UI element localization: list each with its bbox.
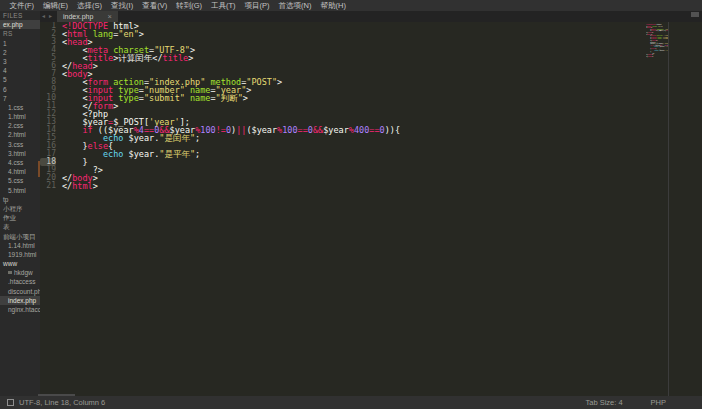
minimap[interactable]: <!DOCTYPE html><html lang="en"><head> <m… — [645, 22, 669, 396]
sidebar-item-4-css[interactable]: 4.css — [0, 158, 40, 167]
code-line[interactable]: 2<html lang="en"> — [40, 30, 702, 38]
sidebar-item-6[interactable]: 6 — [0, 85, 40, 94]
sidebar-item-label: 4.css — [8, 158, 23, 167]
code-token: html — [72, 181, 92, 191]
code-token: > — [243, 93, 248, 103]
code-token: title — [163, 53, 189, 63]
code-token: > — [188, 53, 193, 63]
menu-item[interactable]: 文件(F) — [5, 0, 39, 11]
menu-item[interactable]: 查看(V) — [138, 0, 172, 11]
close-icon[interactable]: × — [107, 11, 111, 22]
code-token: type — [118, 93, 138, 103]
sidebar-item-label: FILES — [3, 11, 23, 20]
sidebar-item-hkdgw[interactable]: hkdgw — [0, 268, 40, 277]
sidebar-item-discount-php[interactable]: discount.php — [0, 287, 40, 296]
code-token: "是闰年" — [159, 133, 195, 143]
spellcheck-icon[interactable] — [7, 399, 14, 406]
sidebar-item-3[interactable]: 3 — [0, 57, 40, 66]
code-token: > — [277, 77, 282, 87]
syntax-indicator[interactable]: PHP — [651, 398, 666, 407]
vertical-scrollbar-thumb[interactable] — [691, 12, 699, 17]
code-token: ; — [195, 149, 200, 159]
code-token: == — [369, 125, 379, 135]
code-token: && — [313, 125, 323, 135]
code-token: > — [93, 61, 98, 71]
menu-item[interactable]: 编辑(E) — [39, 0, 73, 11]
code-token: ($year — [246, 125, 277, 135]
menu-item[interactable]: 工具(T) — [207, 0, 241, 11]
tab-label: index.php — [63, 11, 93, 22]
code-token: 计算闰年 — [118, 53, 152, 63]
sidebar-item-htaccess[interactable]: .htaccess — [0, 277, 40, 286]
code-line[interactable]: 18 } — [40, 158, 702, 166]
menu-item[interactable]: 项目(P) — [240, 0, 274, 11]
code-token: > — [113, 101, 118, 111]
sidebar-item-label: 2.html — [8, 130, 26, 139]
cursor-position-text: UTF-8, Line 18, Column 6 — [19, 398, 105, 407]
sidebar-item-2-css[interactable]: 2.css — [0, 121, 40, 130]
sidebar-item-4[interactable]: 4 — [0, 66, 40, 75]
sidebar-item-tp[interactable]: tp — [0, 195, 40, 204]
code-line[interactable]: 17 echo $year."是平年"; — [40, 150, 702, 158]
sidebar-item[interactable]: 前端小项目 — [0, 232, 40, 241]
sidebar-item-5-html[interactable]: 5.html — [0, 186, 40, 195]
sidebar-item-ex-php[interactable]: ex.php — [0, 20, 40, 29]
code-line[interactable]: 11 </form> — [40, 102, 702, 110]
sidebar-item-label: 4.html — [8, 167, 26, 176]
code-token: $year. — [123, 133, 159, 143]
menu-item[interactable]: 选择(S) — [73, 0, 107, 11]
code-line[interactable]: 21</html> — [40, 182, 702, 190]
menu-item[interactable]: 转到(G) — [172, 0, 207, 11]
code-line[interactable]: 19 ?> — [40, 166, 702, 174]
code-token: echo — [103, 149, 123, 159]
code-token: "是平年" — [159, 149, 195, 159]
sidebar-item-label: 2.css — [8, 121, 23, 130]
tab-size-indicator[interactable]: Tab Size: 4 — [585, 398, 622, 407]
code-editor[interactable]: 1<!DOCTYPE html>2<html lang="en">3<head>… — [40, 22, 702, 396]
sidebar-item-label: 2 — [3, 48, 7, 57]
code-line[interactable]: 6</head> — [40, 62, 702, 70]
code-line[interactable]: 10 <input type="submit" name="判断"> — [40, 94, 702, 102]
code-line[interactable]: 5 <title>计算闰年</title> — [40, 54, 702, 62]
code-token: "submit" — [144, 93, 185, 103]
code-token: 100 — [200, 125, 215, 135]
sidebar-item-2-html[interactable]: 2.html — [0, 130, 40, 139]
code-line[interactable]: 20</body> — [40, 174, 702, 182]
menu-item[interactable]: 首选项(N) — [274, 0, 316, 11]
sidebar-item-4-html[interactable]: 4.html — [0, 167, 40, 176]
code-token: </ — [152, 53, 162, 63]
sidebar-item-2[interactable]: 2 — [0, 48, 40, 57]
sidebar-item[interactable]: 小程序 — [0, 204, 40, 213]
menu-item[interactable]: 查找(I) — [107, 0, 138, 11]
sidebar-item-1-css[interactable]: 1.css — [0, 103, 40, 112]
menu-item[interactable]: 帮助(H) — [316, 0, 350, 11]
sidebar-item-5-css[interactable]: 5.css — [0, 176, 40, 185]
code-line[interactable]: 15 echo $year."是闰年"; — [40, 134, 702, 142]
code-text: </html> — [62, 182, 98, 190]
tab-scroll-left-icon[interactable]: ◂ — [40, 11, 47, 22]
sidebar-item-3-css[interactable]: 3.css — [0, 140, 40, 149]
sidebar-item[interactable]: 表 — [0, 222, 40, 231]
sidebar-item-3-html[interactable]: 3.html — [0, 149, 40, 158]
sublime-text-window: { "menu": { "items": ["文件(F)","编辑(E)","选… — [0, 0, 702, 409]
sidebar-item-nginx-htaccess[interactable]: nginx.htaccess — [0, 305, 40, 314]
sidebar-item-rs: RS — [0, 29, 40, 38]
sidebar-item-1919-html[interactable]: 1919.html — [0, 250, 40, 259]
sidebar-item-label: 5 — [3, 75, 7, 84]
sidebar-item-label: 小程序 — [3, 204, 23, 213]
sidebar-item-7[interactable]: 7 — [0, 94, 40, 103]
tab-scroll-right-icon[interactable]: ▸ — [47, 11, 54, 22]
code-token: $year — [323, 125, 349, 135]
code-text: </html> — [646, 56, 653, 58]
sidebar-item-label: 作业 — [3, 213, 16, 222]
sidebar-item-1-html[interactable]: 1.html — [0, 112, 40, 121]
sidebar-item-1-14-html[interactable]: 1.14.html — [0, 241, 40, 250]
sidebar-item-www[interactable]: www — [0, 259, 40, 268]
sidebar-item-label: index.php — [8, 296, 36, 305]
sidebar-item-1[interactable]: 1 — [0, 39, 40, 48]
tab-index-php[interactable]: index.php × — [57, 11, 118, 22]
code-token: ; — [195, 133, 200, 143]
sidebar-item[interactable]: 作业 — [0, 213, 40, 222]
sidebar-item-5[interactable]: 5 — [0, 75, 40, 84]
sidebar-item-index-php[interactable]: index.php — [0, 296, 40, 305]
